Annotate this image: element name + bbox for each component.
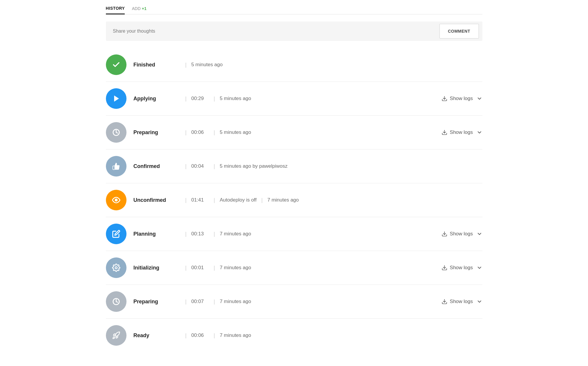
divider: | [261,197,263,203]
svg-point-4 [115,199,117,201]
chevron-down-icon [477,265,482,271]
download-icon [442,129,447,135]
item-status: Ready [134,332,181,339]
divider: | [185,129,187,136]
status-icon-applying [106,88,126,109]
item-time: 7 minutes ago [267,197,299,203]
download-icon [442,299,447,305]
timeline-item-ready: Ready | 00:06| 7 minutes ago [106,319,482,352]
chevron-down-icon [477,96,482,102]
status-icon-ready [106,325,126,346]
divider: | [214,231,215,237]
status-icon-confirmed [106,156,126,177]
divider: | [214,96,215,102]
item-content: Confirmed | 00:04| 5 minutes ago by pawe… [134,163,482,169]
divider: | [214,265,215,271]
item-status: Initializing [134,265,181,271]
item-content: Initializing | 00:01| 7 minutes ago [134,265,442,271]
status-icon-planning [106,224,126,244]
status-icon-preparing-1 [106,122,126,143]
status-icon-unconfirmed [106,190,126,210]
comment-section: COMMENT [106,21,482,41]
item-content: Preparing | 00:06| 5 minutes ago [134,129,442,136]
divider: | [185,332,187,339]
item-duration: 00:13 [191,231,209,237]
comment-button[interactable]: COMMENT [439,24,479,39]
tabs-bar: HISTORY ADD +1 [106,0,482,14]
show-logs-label: Show logs [450,96,473,102]
item-time: 7 minutes ago [220,332,251,338]
item-status: Confirmed [134,163,181,169]
item-time: 7 minutes ago [220,231,251,237]
download-icon [442,265,447,271]
comment-input[interactable] [106,22,436,40]
show-logs-button[interactable]: Show logs [442,299,482,305]
item-status: Preparing [134,299,181,305]
timeline-item-initializing: Initializing | 00:01| 7 minutes ago Show… [106,251,482,285]
item-time: 5 minutes ago [220,129,251,135]
tab-history[interactable]: HISTORY [106,3,125,14]
item-time: 5 minutes ago [191,62,223,68]
timeline: Finished | 5 minutes ago Applying | 00:2… [106,48,482,352]
status-icon-initializing [106,257,126,278]
show-logs-button[interactable]: Show logs [442,231,482,237]
item-duration: 00:29 [191,96,209,102]
chevron-down-icon [477,299,482,305]
item-content: Unconfirmed | 01:41| Autodeploy is off| … [134,197,482,203]
divider: | [214,299,215,305]
divider: | [214,197,215,203]
show-logs-label: Show logs [450,129,473,135]
item-duration: 00:01 [191,265,209,271]
item-duration: 00:06 [191,129,209,135]
download-icon [442,96,447,102]
divider: | [185,231,187,237]
item-duration: 00:04 [191,163,209,169]
item-status: Finished [134,62,181,68]
item-time: 5 minutes ago by pawelpiwosz [220,163,288,169]
item-status: Planning [134,231,181,237]
item-content: Applying | 00:29| 5 minutes ago [134,96,442,102]
show-logs-label: Show logs [450,231,473,237]
divider: | [185,197,187,203]
item-duration: 00:07 [191,299,209,305]
divider: | [214,129,215,136]
timeline-item-finished: Finished | 5 minutes ago [106,48,482,82]
status-icon-finished [106,54,126,75]
item-time: 7 minutes ago [220,265,251,271]
item-time: 5 minutes ago [220,96,251,102]
show-logs-label: Show logs [450,299,473,305]
item-status: Preparing [134,129,181,136]
status-icon-preparing-2 [106,291,126,312]
timeline-item-preparing-2: Preparing | 00:07| 7 minutes ago Show lo… [106,285,482,319]
item-content: Planning | 00:13| 7 minutes ago [134,231,442,237]
timeline-item-unconfirmed: Unconfirmed | 01:41| Autodeploy is off| … [106,183,482,217]
item-content: Finished | 5 minutes ago [134,62,482,68]
show-logs-button[interactable]: Show logs [442,265,482,271]
divider: | [214,332,215,339]
svg-marker-0 [114,96,119,102]
download-icon [442,231,447,237]
divider: | [185,299,187,305]
tab-add[interactable]: ADD +1 [132,6,146,11]
show-logs-label: Show logs [450,265,473,271]
show-logs-button[interactable]: Show logs [442,96,482,102]
divider: | [185,265,187,271]
item-status: Unconfirmed [134,197,181,203]
chevron-down-icon [477,231,482,237]
item-status: Applying [134,96,181,102]
item-duration: 01:41 [191,197,209,203]
svg-point-6 [115,267,117,269]
divider: | [185,96,187,102]
item-content: Preparing | 00:07| 7 minutes ago [134,299,442,305]
timeline-item-planning: Planning | 00:13| 7 minutes ago Show log… [106,217,482,251]
item-extra: Autodeploy is off [220,197,256,203]
item-duration: 00:06 [191,332,209,338]
divider: | [185,62,187,68]
item-content: Ready | 00:06| 7 minutes ago [134,332,482,339]
timeline-item-applying: Applying | 00:29| 5 minutes ago Show log… [106,82,482,116]
divider: | [185,163,187,169]
timeline-item-confirmed: Confirmed | 00:04| 5 minutes ago by pawe… [106,149,482,183]
timeline-item-preparing-1: Preparing | 00:06| 5 minutes ago Show lo… [106,116,482,149]
show-logs-button[interactable]: Show logs [442,129,482,135]
divider: | [214,163,215,169]
